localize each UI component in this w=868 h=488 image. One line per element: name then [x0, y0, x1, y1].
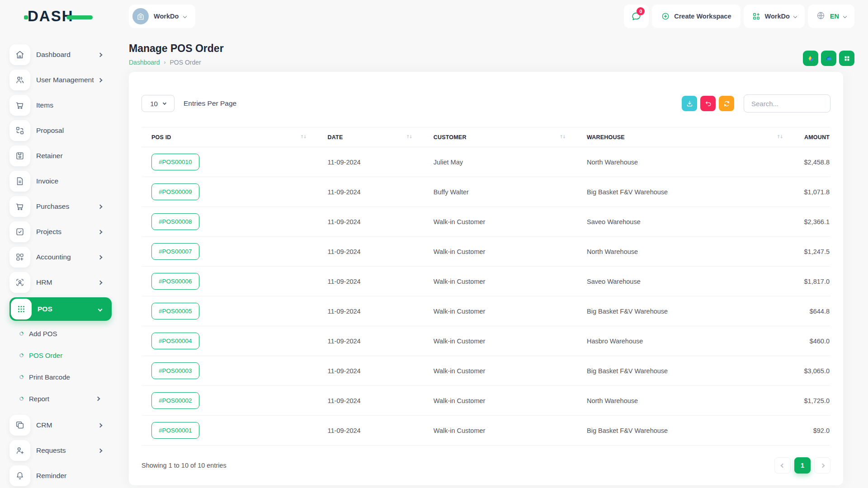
- toolbar-right: [682, 94, 830, 113]
- sidebar-subitem-label: Add POS: [29, 330, 112, 338]
- grid-plus-icon: [752, 12, 761, 21]
- sidebar-item-label: CRM: [36, 421, 99, 429]
- sidebar-item-reminder[interactable]: Reminder: [9, 465, 112, 486]
- bullet-icon: [19, 331, 24, 337]
- cell-warehouse: North Warehouse: [577, 237, 794, 267]
- sidebar-item-label: Proposal: [36, 127, 112, 135]
- cell-customer: Walk-in Customer: [424, 416, 577, 446]
- sort-icon[interactable]: ↑↓: [559, 134, 565, 139]
- cell-amount: $460.0: [794, 326, 830, 356]
- pagination-prev-button[interactable]: [774, 457, 791, 474]
- chevron-down-icon: [163, 101, 166, 104]
- sidebar-item-proposal[interactable]: Proposal: [9, 120, 112, 141]
- breadcrumb-current: POS Order: [170, 59, 201, 66]
- sidebar-item-label: Items: [36, 101, 112, 109]
- pos-id-badge[interactable]: #POS00007: [151, 243, 199, 260]
- sort-icon[interactable]: ↑↓: [300, 134, 306, 139]
- chevron-right-icon: [98, 255, 103, 259]
- sidebar-item-invoice[interactable]: Invoice: [9, 171, 112, 192]
- table-row: #POS0000211-09-2024Walk-in CustomerNorth…: [142, 386, 830, 416]
- breadcrumb-dashboard-link[interactable]: Dashboard: [129, 59, 160, 66]
- chevron-down-icon: [98, 307, 103, 311]
- export-button[interactable]: [682, 96, 697, 111]
- sidebar-subitem-report[interactable]: Report: [9, 388, 112, 409]
- cell-customer: Walk-in Customer: [424, 356, 577, 386]
- messages-badge: 0: [637, 7, 645, 15]
- sidebar-subitem-pos-order[interactable]: POS Order: [9, 344, 112, 366]
- cell-date: 11-09-2024: [318, 386, 424, 416]
- chevron-right-icon: [98, 280, 103, 285]
- sidebar-item-dashboard[interactable]: Dashboard: [9, 44, 112, 65]
- grid-view-button[interactable]: [839, 51, 854, 66]
- reset-button[interactable]: [700, 96, 716, 111]
- sidebar-subitem-label: Report: [29, 395, 96, 403]
- cart-icon: [9, 95, 30, 116]
- chevron-right-icon: [820, 463, 825, 468]
- cell-customer: Walk-in Customer: [424, 386, 577, 416]
- sidebar-item-requests[interactable]: Requests: [9, 440, 112, 461]
- column-header-warehouse: WAREHOUSE↑↓: [577, 127, 794, 147]
- pos-id-badge[interactable]: #POS00001: [151, 422, 199, 439]
- table-row: #POS0000711-09-2024Walk-in CustomerNorth…: [142, 237, 830, 267]
- sidebar-item-pos[interactable]: POS: [9, 297, 112, 321]
- pagination-next-button[interactable]: [814, 457, 830, 474]
- pos-id-badge[interactable]: #POS00008: [151, 213, 199, 230]
- sidebar-item-retainer[interactable]: Retainer: [9, 145, 112, 166]
- sidebar-item-accounting[interactable]: Accounting: [9, 247, 112, 267]
- google-drive-button[interactable]: [803, 51, 818, 66]
- sidebar-item-user-management[interactable]: User Management: [9, 70, 112, 90]
- sidebar-item-crm[interactable]: CRM: [9, 415, 112, 436]
- cell-date: 11-09-2024: [318, 207, 424, 237]
- workdo-menu-button[interactable]: WorkDo: [744, 5, 805, 28]
- language-selector[interactable]: EN: [808, 5, 854, 28]
- cell-customer: Walk-in Customer: [424, 296, 577, 326]
- cell-date: 11-09-2024: [318, 237, 424, 267]
- messages-button[interactable]: 0: [624, 5, 649, 28]
- pos-id-badge[interactable]: #POS00010: [151, 154, 199, 170]
- pos-id-badge[interactable]: #POS00003: [151, 362, 199, 379]
- table-row: #POS0000911-09-2024Buffy WalterBig Baske…: [142, 177, 830, 207]
- pos-id-badge[interactable]: #POS00005: [151, 303, 199, 319]
- sidebar-item-items[interactable]: Items: [9, 95, 112, 116]
- cell-warehouse: Big Basket F&V Warehouse: [577, 416, 794, 446]
- proposal-icon: [9, 120, 30, 141]
- sidebar-item-projects[interactable]: Projects: [9, 221, 112, 242]
- onedrive-button[interactable]: [821, 51, 836, 66]
- table-row: #POS0000511-09-2024Walk-in CustomerBig B…: [142, 296, 830, 326]
- sidebar-item-label: POS: [38, 305, 99, 313]
- refresh-button[interactable]: [719, 96, 734, 111]
- cell-pos-id: #POS00004: [142, 326, 318, 356]
- sidebar-subitem-add-pos[interactable]: Add POS: [9, 323, 112, 344]
- sidebar-item-label: Projects: [36, 228, 99, 236]
- purchases-icon: [9, 196, 30, 217]
- page-head: Manage POS Order Dashboard › POS Order: [129, 33, 868, 66]
- users-icon: [9, 70, 30, 90]
- search-input[interactable]: [744, 94, 830, 113]
- column-header-customer: CUSTOMER↑↓: [424, 127, 577, 147]
- column-header-pos-id: POS ID↑↓: [142, 127, 318, 147]
- sidebar-subitem-print-barcode[interactable]: Print Barcode: [9, 366, 112, 388]
- pagination-page-1[interactable]: 1: [794, 457, 811, 474]
- sidebar-item-label: Purchases: [36, 202, 99, 211]
- pos-id-badge[interactable]: #POS00004: [151, 333, 199, 349]
- table-body: #POS0001011-09-2024Juliet MayNorth Wareh…: [142, 147, 830, 446]
- sidebar-item-hrm[interactable]: HRM: [9, 272, 112, 293]
- entries-per-page-select[interactable]: 10: [142, 95, 175, 112]
- cell-amount: $1,247.5: [794, 237, 830, 267]
- pos-id-badge[interactable]: #POS00009: [151, 183, 199, 200]
- cell-amount: $1,071.8: [794, 177, 830, 207]
- table-footer: Showing 1 to 10 of 10 entries 1: [142, 457, 830, 474]
- pos-id-badge[interactable]: #POS00006: [151, 273, 199, 290]
- sidebar-item-purchases[interactable]: Purchases: [9, 196, 112, 217]
- sort-icon[interactable]: ↑↓: [406, 134, 412, 139]
- pos-id-badge[interactable]: #POS00002: [151, 392, 199, 409]
- sort-icon[interactable]: ↑↓: [777, 134, 783, 139]
- chevron-right-icon: [98, 448, 103, 453]
- workspace-selector[interactable]: WorkDo: [129, 5, 195, 28]
- grid-icon: [843, 55, 851, 62]
- brand-logo[interactable]: DASH: [9, 0, 112, 33]
- cell-date: 11-09-2024: [318, 356, 424, 386]
- breadcrumb-separator: ›: [164, 59, 166, 66]
- cell-amount: $644.8: [794, 296, 830, 326]
- create-workspace-button[interactable]: Create Workspace: [652, 5, 740, 28]
